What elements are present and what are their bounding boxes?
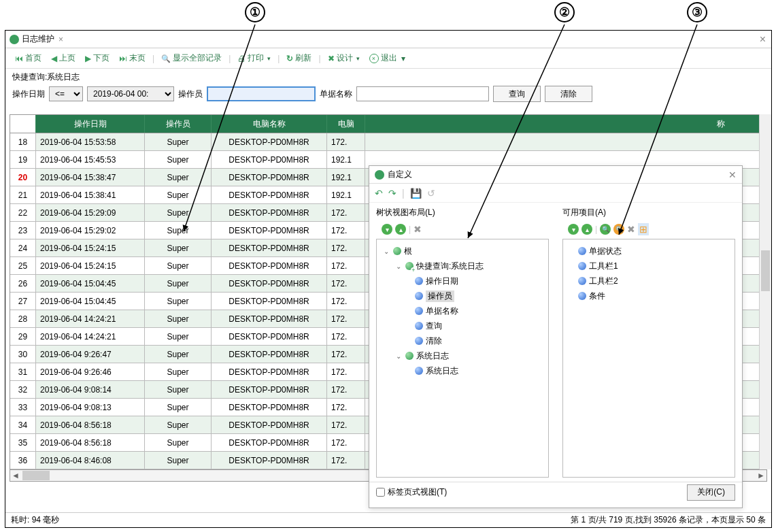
right-tree[interactable]: 单据状态 工具栏1 工具栏2 条件	[562, 239, 735, 478]
tree-doc-name[interactable]: 单据名称	[379, 303, 545, 318]
cell-pc: DESKTOP-PD0MH8R	[212, 186, 327, 203]
collapse-icon[interactable]: ▴	[581, 224, 592, 235]
design-button[interactable]: 设计	[324, 51, 364, 65]
tools-icon	[328, 54, 335, 63]
node-icon	[393, 247, 401, 255]
node-icon	[415, 367, 423, 375]
row-number: 33	[10, 399, 36, 416]
tree-op-date[interactable]: 操作日期	[379, 273, 545, 288]
popup-close-icon[interactable]: ✕	[728, 169, 737, 180]
prev-page-button[interactable]: 上页	[47, 51, 80, 65]
item-doc-status[interactable]: 单据状态	[566, 244, 732, 259]
print-button[interactable]: 打印	[233, 51, 275, 65]
row-number: 26	[10, 275, 36, 292]
scroll-right-icon[interactable]: ►	[756, 471, 766, 480]
revert-icon[interactable]: ↺	[427, 188, 435, 199]
date-select[interactable]: 2019-06-04 00:	[87, 86, 174, 101]
tree-syslog[interactable]: ⌄系统日志	[379, 348, 545, 363]
add-orange-icon[interactable]: 🔍	[613, 224, 624, 235]
row-number: 21	[10, 186, 36, 203]
undo-icon[interactable]: ↶	[375, 188, 383, 199]
header-rest[interactable]: 称	[365, 115, 766, 133]
cell-date: 2019-06-04 8:56:18	[36, 434, 145, 451]
callout-2: ②	[554, 2, 575, 22]
node-icon	[405, 262, 414, 270]
tab-view-check-input[interactable]	[376, 488, 385, 497]
cell-operator: Super	[145, 416, 212, 433]
node-icon	[578, 277, 586, 285]
cell-date: 2019-06-04 8:46:08	[36, 452, 145, 469]
cell-ip: 192.1	[327, 186, 365, 203]
next-page-button[interactable]: 下页	[81, 51, 114, 65]
delete-icon[interactable]: ✖	[627, 224, 635, 235]
tree-operator[interactable]: 操作员	[379, 288, 545, 303]
cell-pc: DESKTOP-PD0MH8R	[212, 293, 327, 310]
print-icon	[237, 54, 246, 63]
tree-clear[interactable]: 清除	[379, 333, 545, 348]
query-button[interactable]: 查询	[493, 86, 541, 102]
right-panel-toolbar: ▾ ▴ | 🔍 🔍 ✖ ⊞	[562, 221, 735, 237]
comparator-select[interactable]: <=	[49, 86, 83, 101]
row-number: 24	[10, 239, 36, 256]
cell-pc: DESKTOP-PD0MH8R	[212, 204, 327, 221]
last-page-button[interactable]: 末页	[115, 51, 150, 65]
left-tree[interactable]: ⌄根 ⌄快捷查询:系统日志 操作日期 操作员 单据名称 查询 清除 ⌄系统日志 …	[376, 239, 549, 478]
expand-icon[interactable]: ▾	[568, 224, 579, 235]
header-date[interactable]: 操作日期	[36, 115, 145, 133]
redo-icon[interactable]: ↷	[388, 188, 397, 199]
tree-quick-query[interactable]: ⌄快捷查询:系统日志	[379, 259, 545, 273]
exit-button[interactable]: ×退出▾	[365, 51, 409, 65]
cell-pc: DESKTOP-PD0MH8R	[212, 434, 327, 451]
table-row[interactable]: 182019-06-04 15:53:58SuperDESKTOP-PD0MH8…	[10, 133, 766, 151]
row-number: 20	[10, 169, 36, 186]
status-left: 耗时: 94 毫秒	[11, 514, 59, 526]
collapse-icon[interactable]: ▴	[395, 224, 406, 235]
vscroll-thumb[interactable]	[761, 250, 770, 291]
tree-root[interactable]: ⌄根	[379, 244, 545, 259]
header-pc[interactable]: 电脑名称	[212, 115, 327, 133]
add-green-icon[interactable]: 🔍	[600, 224, 611, 235]
cell-date: 2019-06-04 15:53:58	[36, 133, 145, 150]
item-toolbar2[interactable]: 工具栏2	[566, 273, 732, 288]
cell-operator: Super	[145, 151, 212, 168]
cell-ip: 172.	[327, 416, 365, 433]
item-condition[interactable]: 条件	[566, 288, 732, 303]
show-all-button[interactable]: 显示全部记录	[157, 51, 226, 65]
tree-view-icon[interactable]: ⊞	[638, 223, 649, 235]
header-operator[interactable]: 操作员	[145, 115, 212, 133]
cell-pc: DESKTOP-PD0MH8R	[212, 133, 327, 150]
filter-bar: 快捷查询:系统日志 操作日期 <= 2019-06-04 00: 操作员 单据名…	[5, 69, 771, 105]
cell-date: 2019-06-04 15:24:15	[36, 257, 145, 274]
expand-icon[interactable]: ▾	[382, 224, 392, 235]
tree-query[interactable]: 查询	[379, 318, 545, 333]
node-icon	[415, 277, 423, 285]
item-toolbar1[interactable]: 工具栏1	[566, 259, 732, 273]
tree-syslog-child[interactable]: 系统日志	[379, 363, 545, 378]
operator-input[interactable]	[207, 86, 316, 101]
globe-icon	[375, 170, 384, 180]
tab-view-checkbox[interactable]: 标签页式视图(T)	[376, 486, 447, 498]
left-panel-title: 树状视图布局(L)	[376, 207, 549, 218]
cell-ip: 172.	[327, 222, 365, 239]
scroll-thumb[interactable]	[22, 471, 50, 480]
header-ip[interactable]: 电脑	[327, 115, 365, 133]
op-date-label: 操作日期	[12, 88, 45, 100]
cell-operator: Super	[145, 328, 212, 345]
cell-ip: 172.	[327, 381, 365, 398]
refresh-button[interactable]: 刷新	[282, 51, 316, 65]
first-icon	[15, 54, 23, 63]
save-icon[interactable]: 💾	[410, 188, 422, 199]
customize-popup: 自定义 ✕ ↶ ↷ | 💾 ↺ 树状视图布局(L) ▾ ▴ | ✖ ⌄根 ⌄快捷…	[369, 165, 743, 508]
clear-button[interactable]: 清除	[545, 86, 592, 102]
delete-icon[interactable]: ✖	[414, 224, 422, 235]
scroll-left-icon[interactable]: ◄	[10, 471, 21, 480]
node-icon	[578, 292, 586, 300]
first-page-button[interactable]: 首页	[11, 51, 46, 65]
status-bar: 耗时: 94 毫秒 第 1 页/共 719 页,找到 35926 条记录，本页显…	[5, 512, 771, 527]
cell-pc: DESKTOP-PD0MH8R	[212, 328, 327, 345]
doc-name-input[interactable]	[356, 86, 489, 101]
cell-date: 2019-06-04 15:04:45	[36, 293, 145, 310]
vertical-scrollbar[interactable]	[759, 114, 771, 469]
popup-close-button[interactable]: 关闭(C)	[687, 484, 735, 501]
cell-ip: 172.	[327, 275, 365, 292]
